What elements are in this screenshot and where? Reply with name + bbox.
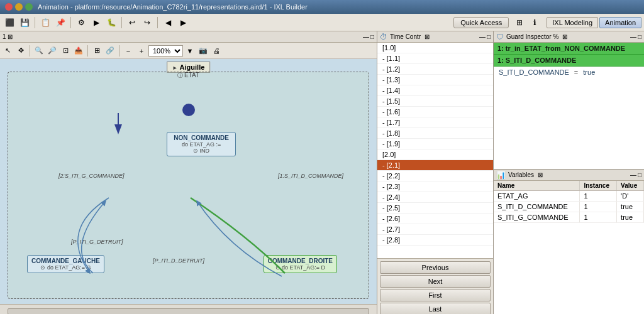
toolbar-separator-3: [121, 17, 122, 28]
previous-button[interactable]: Previous: [380, 261, 491, 274]
time-item[interactable]: - [1.6]: [377, 107, 493, 117]
print-btn[interactable]: 🖨: [210, 45, 223, 57]
preferences-button[interactable]: ⊞: [513, 16, 526, 30]
grid-btn[interactable]: ⊞: [91, 45, 103, 57]
time-list[interactable]: [1.0]- [1.1]- [1.2]- [1.3]- [1.4]- [1.5]…: [377, 43, 493, 258]
fit-btn[interactable]: ⊡: [59, 45, 72, 57]
pan-tool[interactable]: ✥: [14, 45, 27, 57]
panel-minimize-icon[interactable]: —: [363, 33, 369, 40]
zoom-out-btn[interactable]: 🔎: [46, 45, 58, 57]
close-button[interactable]: [5, 3, 13, 11]
zoom-in-btn[interactable]: 🔍: [33, 45, 45, 57]
copy-button[interactable]: 📋: [38, 16, 52, 30]
time-item[interactable]: - [1.4]: [377, 85, 493, 96]
paste-button[interactable]: 📌: [53, 16, 67, 30]
right-panel: 🛡 Guard Inspector % ⊠ — □ 1: tr_in_ETAT_…: [494, 31, 644, 314]
zoom-dropdown-btn[interactable]: ▼: [184, 45, 196, 57]
info-button[interactable]: ℹ: [528, 16, 541, 30]
non-commande-label: NON_COMMANDE: [171, 134, 231, 141]
diagram-toolbar: ↖ ✥ 🔍 🔎 ⊡ 📤 ⊞ 🔗 − + 100% 75% 50% 150% ▼ …: [0, 43, 377, 59]
gi-maximize-icon[interactable]: □: [638, 33, 641, 40]
time-item[interactable]: [2.0]: [377, 149, 493, 160]
forward-button[interactable]: ▶: [176, 16, 190, 30]
guard-inspector-title: Guard Inspector %: [506, 33, 558, 40]
maximize-button[interactable]: [25, 3, 33, 11]
camera-btn[interactable]: 📷: [197, 45, 209, 57]
time-item[interactable]: - [1.2]: [377, 64, 493, 75]
guard-tab-close: ⊠: [562, 33, 567, 40]
redo-button[interactable]: ↪: [140, 16, 154, 30]
initial-state: [182, 104, 195, 116]
time-item[interactable]: - [1.9]: [377, 139, 493, 149]
export-btn[interactable]: 📤: [72, 45, 85, 57]
vars-minimize-icon[interactable]: —: [630, 171, 636, 178]
window-controls: [5, 3, 33, 11]
quick-access-button[interactable]: Quick Access: [453, 17, 509, 28]
variable-cell-name: S_ITI_G_COMMANDE: [494, 212, 580, 223]
variable-row: S_ITI_D_COMMANDE1true: [494, 202, 644, 212]
ixl-modeling-button[interactable]: IXL Modeling: [547, 17, 598, 28]
non-commande-node[interactable]: NON_COMMANDE do ETAT_AG :=⊙ IND: [167, 132, 236, 156]
minimize-button[interactable]: [15, 3, 23, 11]
tc-minimize-icon[interactable]: —: [479, 33, 486, 40]
state-container-label: ETAT: [177, 72, 199, 80]
time-item[interactable]: - [1.8]: [377, 128, 493, 139]
diagram-panel: 1 ⊠ — □ ↖ ✥ 🔍 🔎 ⊡ 📤 ⊞ 🔗 − + 100% 75%: [0, 31, 377, 314]
snap-btn[interactable]: 🔗: [104, 45, 116, 57]
tc-maximize-icon[interactable]: □: [487, 33, 491, 40]
variable-cell-value: true: [617, 202, 644, 212]
variable-cell-name: S_ITI_D_COMMANDE: [494, 202, 580, 212]
zoom-plus-btn[interactable]: +: [135, 45, 148, 57]
time-item[interactable]: - [2.5]: [377, 203, 493, 214]
perspective-buttons: IXL Modeling Animation: [547, 17, 641, 28]
time-item[interactable]: - [2.8]: [377, 235, 493, 246]
time-item[interactable]: - [1.3]: [377, 75, 493, 85]
transition-piti-g: [P_ITI_G_DETRUIT]: [71, 239, 123, 245]
new-button[interactable]: ⬛: [3, 16, 16, 30]
gi-minimize-icon[interactable]: —: [630, 33, 636, 40]
vars-maximize-icon[interactable]: □: [638, 171, 641, 178]
time-item[interactable]: - [2.3]: [377, 181, 493, 192]
time-item[interactable]: [1.0]: [377, 43, 493, 53]
time-item[interactable]: - [2.1]: [377, 160, 493, 171]
commande-gauche-action: ⊙ do ETAT_AG:= G: [31, 264, 100, 271]
panel-maximize-icon[interactable]: □: [370, 33, 374, 40]
main-area: 1 ⊠ — □ ↖ ✥ 🔍 🔎 ⊡ 📤 ⊞ 🔗 − + 100% 75%: [0, 31, 644, 314]
variable-cell-value: 'D': [617, 191, 644, 202]
diagram-canvas: Aiguille ETAT NON_COMMANDE do ETAT_AG :=…: [0, 59, 377, 304]
time-item[interactable]: - [2.4]: [377, 192, 493, 203]
next-button[interactable]: Next: [380, 275, 491, 288]
variable-cell-instance: 1: [580, 212, 617, 223]
back-button[interactable]: ◀: [161, 16, 175, 30]
time-item[interactable]: - [2.7]: [377, 224, 493, 235]
time-item[interactable]: - [1.7]: [377, 117, 493, 128]
zoom-minus-btn[interactable]: −: [122, 45, 135, 57]
animation-button[interactable]: Animation: [599, 17, 641, 28]
first-button[interactable]: First: [380, 289, 491, 301]
select-tool[interactable]: ↖: [1, 45, 14, 57]
time-item[interactable]: - [1.1]: [377, 53, 493, 64]
zoom-selector[interactable]: 100% 75% 50% 150%: [148, 45, 183, 57]
settings-button[interactable]: ⚙: [74, 16, 88, 30]
variables-table: Name Instance Value ETAT_AG1'D'S_ITI_D_C…: [494, 181, 644, 223]
state-container: ETAT NON_COMMANDE do ETAT_AG :=⊙ IND COM…: [8, 72, 369, 299]
navigation-buttons: Previous Next First Last: [377, 258, 493, 314]
debug-button[interactable]: 🐛: [104, 16, 118, 30]
time-item[interactable]: - [1.5]: [377, 96, 493, 107]
commande-droite-node[interactable]: COMMANDE_DROITE ⊙ do ETAT_AG:= D: [264, 255, 337, 273]
commande-droite-action: ⊙ do ETAT_AG:= D: [268, 264, 333, 271]
time-item[interactable]: - [2.6]: [377, 214, 493, 224]
commande-gauche-node[interactable]: COMMANDE_GAUCHE ⊙ do ETAT_AG:= G: [27, 255, 104, 273]
guard-selected-row1[interactable]: 1: tr_in_ETAT_from_NON_COMMANDE: [494, 43, 644, 55]
time-controller-tab-close: ⊠: [425, 33, 430, 40]
save-button[interactable]: 💾: [18, 16, 31, 30]
guard-selected-row2[interactable]: 1: S_ITI_D_COMMANDE: [494, 55, 644, 67]
diagram-panel-header: 1 ⊠ — □: [0, 31, 377, 43]
variables-rows: ETAT_AG1'D'S_ITI_D_COMMANDE1trueS_ITI_G_…: [494, 191, 644, 223]
run-button[interactable]: ▶: [89, 16, 103, 30]
time-item[interactable]: - [2.2]: [377, 171, 493, 181]
horizontal-scrollbar[interactable]: [8, 308, 369, 315]
last-button[interactable]: Last: [380, 303, 491, 314]
arrow-button[interactable]: ↩: [125, 16, 139, 30]
variable-row: ETAT_AG1'D': [494, 191, 644, 202]
